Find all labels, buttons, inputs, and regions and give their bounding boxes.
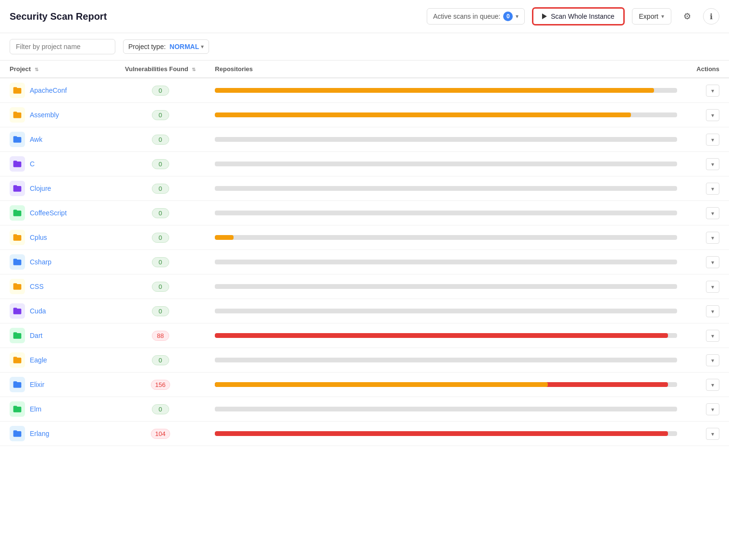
project-name[interactable]: Erlang (30, 430, 49, 437)
project-name[interactable]: Cplus (30, 234, 47, 241)
actions-cell: ▾ (687, 250, 729, 274)
actions-cell: ▾ (687, 274, 729, 299)
row-action-button[interactable]: ▾ (706, 379, 719, 391)
gear-icon: ⚙ (683, 11, 691, 22)
project-type-chevron-icon: ▾ (201, 43, 204, 50)
vuln-badge: 104 (151, 429, 170, 439)
row-action-button[interactable]: ▾ (706, 109, 719, 121)
row-action-button[interactable]: ▾ (706, 281, 719, 293)
table-row: Erlang 104 ▾ (0, 422, 729, 446)
vuln-badge: 0 (152, 86, 169, 96)
vuln-badge: 156 (151, 380, 170, 390)
project-cell: Eagle (0, 348, 115, 373)
row-action-button[interactable]: ▾ (706, 134, 719, 146)
project-cell: CSS (0, 274, 115, 299)
actions-cell: ▾ (687, 324, 729, 348)
action-chevron-icon: ▾ (711, 259, 714, 266)
vuln-badge: 0 (152, 135, 169, 145)
vuln-cell: 0 (115, 299, 205, 324)
repo-bar-cell (205, 250, 687, 274)
project-cell: Cuda (0, 299, 115, 324)
info-button[interactable]: ℹ (703, 8, 719, 25)
project-name[interactable]: Assembly (30, 111, 59, 119)
row-action-button[interactable]: ▾ (706, 403, 719, 415)
active-scans-queue[interactable]: Active scans in queue: 0 ▾ (427, 8, 525, 25)
info-icon: ℹ (710, 12, 713, 21)
row-action-button[interactable]: ▾ (706, 158, 719, 170)
folder-icon (10, 328, 25, 343)
repo-bar-cell (205, 324, 687, 348)
table-row: Cuda 0 ▾ (0, 299, 729, 324)
vuln-cell: 156 (115, 373, 205, 397)
table-row: Dart 88 ▾ (0, 324, 729, 348)
vuln-badge: 0 (152, 159, 169, 169)
table-row: Cplus 0 ▾ (0, 225, 729, 250)
export-button[interactable]: Export ▾ (632, 8, 671, 25)
repo-bar-cell (205, 225, 687, 250)
project-name[interactable]: Awk (30, 136, 42, 143)
project-name[interactable]: ApacheConf (30, 87, 67, 94)
project-cell: CoffeeScript (0, 201, 115, 225)
project-type-dropdown[interactable]: Project type: NORMAL ▾ (123, 39, 209, 54)
row-action-button[interactable]: ▾ (706, 428, 719, 440)
row-action-button[interactable]: ▾ (706, 256, 719, 268)
actions-cell: ▾ (687, 176, 729, 201)
vuln-badge: 0 (152, 233, 169, 243)
project-name[interactable]: CSS (30, 283, 44, 290)
scan-whole-instance-button[interactable]: Scan Whole Instance (532, 8, 624, 25)
vuln-cell: 88 (115, 324, 205, 348)
folder-icon (10, 83, 25, 98)
table-header-row: Project ⇅ Vulnerabilities Found ⇅ Reposi… (0, 61, 729, 78)
row-action-button[interactable]: ▾ (706, 354, 719, 366)
table-row: CoffeeScript 0 ▾ (0, 201, 729, 225)
project-name[interactable]: Dart (30, 332, 42, 339)
project-name[interactable]: Csharp (30, 258, 51, 266)
row-action-button[interactable]: ▾ (706, 207, 719, 219)
action-chevron-icon: ▾ (711, 382, 714, 388)
folder-icon (10, 205, 25, 221)
folder-icon (10, 254, 25, 270)
settings-button[interactable]: ⚙ (679, 8, 695, 25)
folder-icon (10, 230, 25, 245)
action-chevron-icon: ▾ (711, 308, 714, 315)
vuln-cell: 0 (115, 201, 205, 225)
vuln-badge: 0 (152, 257, 169, 267)
repo-bar-cell (205, 299, 687, 324)
action-chevron-icon: ▾ (711, 333, 714, 339)
row-action-button[interactable]: ▾ (706, 183, 719, 195)
vuln-cell: 104 (115, 422, 205, 446)
project-name-filter[interactable] (10, 39, 115, 54)
vuln-cell: 0 (115, 152, 205, 176)
row-action-button[interactable]: ▾ (706, 232, 719, 244)
repo-bar-cell (205, 373, 687, 397)
project-cell: Erlang (0, 422, 115, 446)
filter-bar: Project type: NORMAL ▾ (0, 33, 729, 61)
action-chevron-icon: ▾ (711, 186, 714, 192)
row-action-button[interactable]: ▾ (706, 85, 719, 97)
table-row: CSS 0 ▾ (0, 274, 729, 299)
repo-bar-cell (205, 422, 687, 446)
project-name[interactable]: Eagle (30, 356, 47, 364)
vuln-badge: 0 (152, 184, 169, 194)
project-name[interactable]: Elm (30, 405, 41, 413)
folder-icon (10, 377, 25, 392)
project-name[interactable]: Clojure (30, 185, 51, 192)
folder-icon (10, 107, 25, 123)
col-project[interactable]: Project ⇅ (0, 61, 115, 78)
action-chevron-icon: ▾ (711, 284, 714, 290)
active-scans-count: 0 (503, 12, 513, 21)
project-name[interactable]: Elixir (30, 381, 44, 388)
vuln-cell: 0 (115, 274, 205, 299)
col-vulnerabilities[interactable]: Vulnerabilities Found ⇅ (115, 61, 205, 78)
project-name[interactable]: C (30, 160, 35, 168)
vuln-cell: 0 (115, 127, 205, 152)
project-name[interactable]: CoffeeScript (30, 209, 67, 217)
project-cell: Dart (0, 324, 115, 348)
action-chevron-icon: ▾ (711, 235, 714, 241)
vuln-badge: 0 (152, 355, 169, 365)
row-action-button[interactable]: ▾ (706, 305, 719, 317)
row-action-button[interactable]: ▾ (706, 330, 719, 342)
col-actions: Actions (687, 61, 729, 78)
project-name[interactable]: Cuda (30, 307, 46, 315)
actions-cell: ▾ (687, 397, 729, 422)
